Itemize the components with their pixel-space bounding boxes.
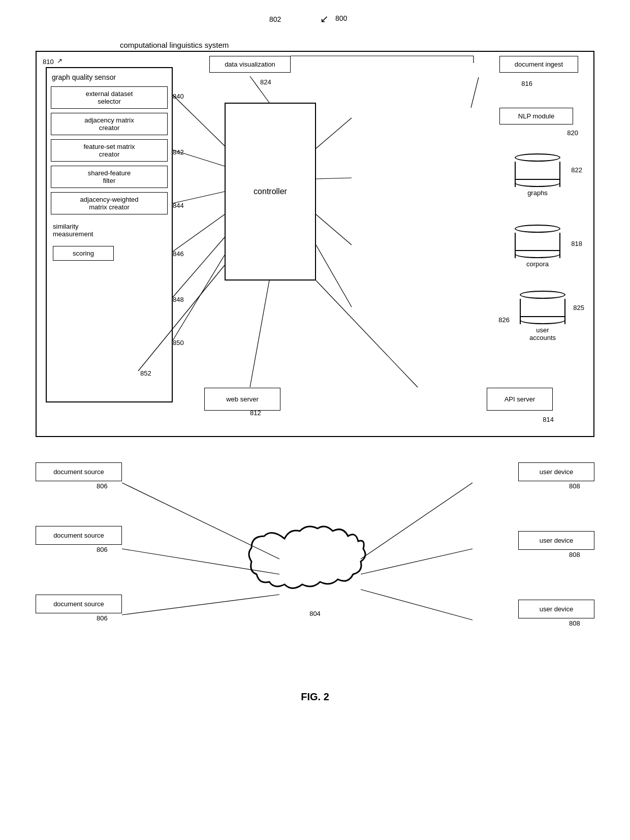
feature-set-matrix-creator-label: feature-set matrix creator xyxy=(83,143,135,158)
graphs-cylinder: graphs xyxy=(515,153,560,197)
data-visualization-box: data visualization xyxy=(209,56,291,73)
scoring-label: scoring xyxy=(73,250,94,257)
ref-806-2: 806 xyxy=(97,546,108,553)
doc-source-1-box: document source 806 xyxy=(36,462,122,490)
ref-816: 816 xyxy=(521,80,532,87)
web-server-box: web server xyxy=(204,388,280,411)
figure-label: FIG. 2 xyxy=(10,691,620,703)
ref-810-arrow: ↗ xyxy=(57,57,62,65)
external-dataset-selector-box: external dataset selector xyxy=(51,86,168,109)
ref-852: 852 xyxy=(140,369,151,377)
ref-814: 814 xyxy=(543,416,554,423)
svg-line-24 xyxy=(361,589,472,620)
ref-808-3: 808 xyxy=(569,619,580,627)
ref-826: 826 xyxy=(498,316,510,324)
svg-line-11 xyxy=(316,245,352,307)
corpora-cylinder: corpora xyxy=(515,225,560,268)
user-device-2-box: user device 808 xyxy=(518,531,594,558)
svg-line-20 xyxy=(122,549,279,574)
ref-808-2: 808 xyxy=(569,551,580,558)
doc-source-1-label: document source xyxy=(53,468,104,476)
svg-line-23 xyxy=(361,549,472,574)
ref-825: 825 xyxy=(573,304,584,312)
ref-804: 804 xyxy=(309,610,321,617)
ref-822: 822 xyxy=(571,166,582,174)
ref-846: 846 xyxy=(173,250,184,258)
data-visualization-label: data visualization xyxy=(225,60,275,68)
shared-feature-filter-box: shared-feature filter xyxy=(51,166,168,188)
adjacency-weighted-matrix-box: adjacency-weighted matrix creator xyxy=(51,192,168,214)
graphs-label: graphs xyxy=(515,189,560,197)
corpora-label: corpora xyxy=(515,260,560,268)
controller-box: controller xyxy=(225,103,316,281)
feature-set-matrix-creator-box: feature-set matrix creator xyxy=(51,139,168,162)
ref-820: 820 xyxy=(567,129,578,137)
web-server-label: web server xyxy=(226,395,259,403)
svg-line-10 xyxy=(316,214,352,245)
ref-806-1: 806 xyxy=(97,482,108,490)
svg-line-13 xyxy=(316,281,418,387)
doc-source-2-label: document source xyxy=(53,532,104,539)
document-ingest-label: document ingest xyxy=(515,60,563,68)
svg-line-8 xyxy=(316,118,352,148)
user-accounts-label: user accounts xyxy=(520,326,565,341)
user-device-1-label: user device xyxy=(540,468,573,476)
user-device-3-label: user device xyxy=(540,605,573,613)
adjacency-matrix-creator-box: adjacency matrix creator xyxy=(51,113,168,135)
ref-840: 840 xyxy=(173,92,184,100)
nlp-module-label: NLP module xyxy=(518,112,554,120)
svg-line-9 xyxy=(316,178,352,179)
outer-system-label: computational linguistics system xyxy=(118,41,231,49)
similarity-measurement-text: similarity measurement xyxy=(51,219,168,242)
document-ingest-box: document ingest xyxy=(499,56,578,73)
ref-806-3: 806 xyxy=(97,614,108,622)
api-server-label: API server xyxy=(505,395,536,403)
adjacency-weighted-matrix-label: adjacency-weighted matrix creator xyxy=(80,196,139,211)
ref-842: 842 xyxy=(173,148,184,156)
user-device-1-box: user device 808 xyxy=(518,462,594,490)
arrow-800: ↙ xyxy=(320,13,329,25)
ref-848: 848 xyxy=(173,296,184,303)
user-device-3-box: user device 808 xyxy=(518,600,594,627)
doc-source-2-box: document source 806 xyxy=(36,526,122,553)
scoring-box: scoring xyxy=(53,246,114,261)
svg-line-22 xyxy=(361,483,472,559)
svg-line-4 xyxy=(173,237,225,297)
ref-808-1: 808 xyxy=(569,482,580,490)
ref-818: 818 xyxy=(571,240,582,247)
svg-line-14 xyxy=(471,77,479,108)
external-dataset-selector-label: external dataset selector xyxy=(86,90,133,105)
svg-line-12 xyxy=(250,281,269,387)
api-server-box: API server xyxy=(487,388,553,411)
ref-824: 824 xyxy=(260,78,271,86)
svg-line-3 xyxy=(173,214,225,252)
user-device-2-label: user device xyxy=(540,537,573,544)
ref-802: 802 xyxy=(269,15,281,23)
graph-quality-sensor-label: graph quality sensor xyxy=(52,73,168,81)
ref-800: 800 xyxy=(335,14,347,22)
controller-label: controller xyxy=(254,187,287,196)
svg-line-21 xyxy=(122,595,279,615)
doc-source-3-box: document source 806 xyxy=(36,595,122,622)
svg-line-0 xyxy=(173,95,225,146)
user-accounts-cylinder: user accounts xyxy=(520,291,565,341)
ref-850: 850 xyxy=(173,339,184,347)
svg-line-19 xyxy=(122,483,279,559)
doc-source-3-label: document source xyxy=(53,600,104,608)
adjacency-matrix-creator-label: adjacency matrix creator xyxy=(84,116,134,132)
shared-feature-filter-label: shared-feature filter xyxy=(88,169,131,184)
ref-844: 844 xyxy=(173,202,184,209)
ref-812: 812 xyxy=(250,409,261,417)
ref-810: 810 xyxy=(43,58,54,66)
nlp-module-box: NLP module xyxy=(499,108,573,125)
